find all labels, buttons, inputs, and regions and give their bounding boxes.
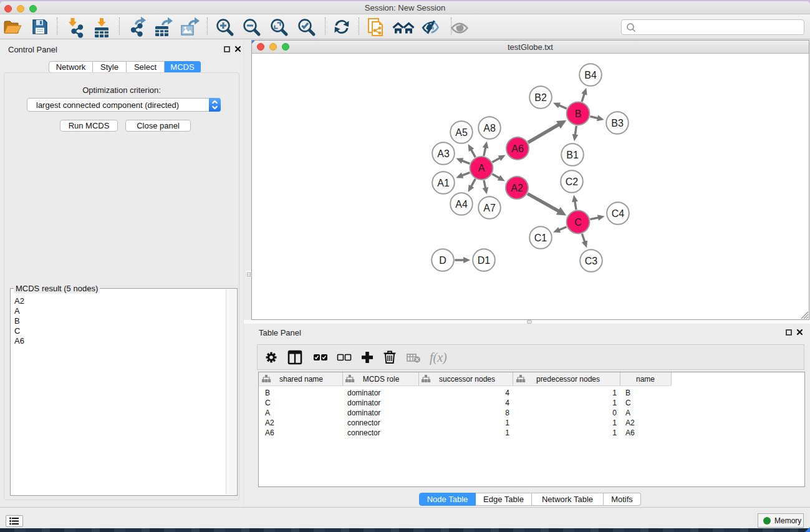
svg-text:B1: B1: [566, 150, 579, 160]
svg-text:1: 1: [612, 418, 617, 427]
svg-text:A7: A7: [483, 203, 496, 213]
svg-text:A3: A3: [437, 148, 450, 159]
svg-text:A1: A1: [437, 178, 450, 188]
svg-text:B2: B2: [534, 92, 547, 103]
svg-text:B3: B3: [611, 118, 624, 128]
svg-text:B: B: [575, 109, 582, 119]
svg-text:dominator: dominator: [347, 389, 380, 397]
svg-text:1: 1: [612, 399, 617, 407]
svg-text:dominator: dominator: [347, 409, 380, 417]
svg-text:dominator: dominator: [347, 399, 380, 407]
svg-text:B: B: [265, 389, 270, 397]
svg-text:8: 8: [505, 409, 509, 417]
svg-text:A6: A6: [625, 428, 635, 437]
svg-text:C: C: [625, 399, 631, 407]
svg-text:1: 1: [612, 389, 617, 397]
svg-text:connector: connector: [347, 428, 380, 437]
svg-text:1: 1: [612, 428, 617, 437]
svg-text:1: 1: [505, 418, 509, 427]
svg-text:A: A: [265, 409, 270, 417]
svg-text:B4: B4: [584, 70, 597, 80]
svg-text:connector: connector: [347, 418, 380, 427]
svg-text:4: 4: [505, 389, 509, 397]
svg-text:0: 0: [612, 409, 617, 417]
svg-text:A2: A2: [625, 418, 635, 427]
svg-text:A6: A6: [511, 143, 524, 154]
svg-text:D: D: [439, 255, 446, 266]
svg-text:name: name: [636, 375, 655, 384]
svg-text:A4: A4: [455, 199, 468, 210]
svg-text:A: A: [478, 163, 485, 173]
svg-text:successor nodes: successor nodes: [439, 375, 495, 384]
svg-text:C: C: [574, 217, 582, 228]
svg-text:D1: D1: [478, 255, 491, 266]
svg-text:A2: A2: [511, 183, 523, 193]
svg-text:A6: A6: [265, 428, 274, 437]
svg-text:C1: C1: [534, 233, 547, 243]
svg-text:predecessor nodes: predecessor nodes: [536, 375, 600, 384]
svg-text:f(x): f(x): [430, 351, 447, 365]
svg-text:A2: A2: [265, 418, 274, 427]
svg-text:A: A: [625, 409, 630, 417]
svg-text:4: 4: [505, 399, 509, 407]
svg-text:A8: A8: [483, 123, 496, 133]
svg-text:C4: C4: [612, 208, 625, 219]
svg-text:A5: A5: [455, 127, 468, 138]
svg-text:1: 1: [505, 428, 509, 437]
svg-text:MCDS role: MCDS role: [363, 375, 400, 384]
svg-text:shared name: shared name: [279, 375, 323, 384]
svg-text:C2: C2: [566, 177, 579, 187]
svg-text:C3: C3: [585, 256, 598, 266]
svg-text:B: B: [625, 389, 630, 397]
svg-text:C: C: [265, 399, 271, 407]
